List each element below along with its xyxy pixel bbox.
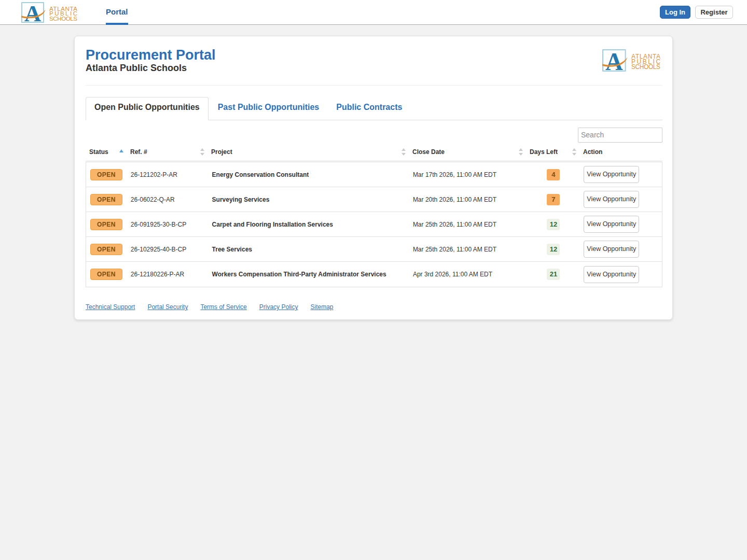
svg-text:SCHOOLS: SCHOOLS bbox=[631, 63, 660, 71]
svg-text:SCHOOLS: SCHOOLS bbox=[49, 16, 77, 22]
svg-text:A: A bbox=[605, 49, 623, 72]
svg-text:A: A bbox=[24, 2, 42, 23]
